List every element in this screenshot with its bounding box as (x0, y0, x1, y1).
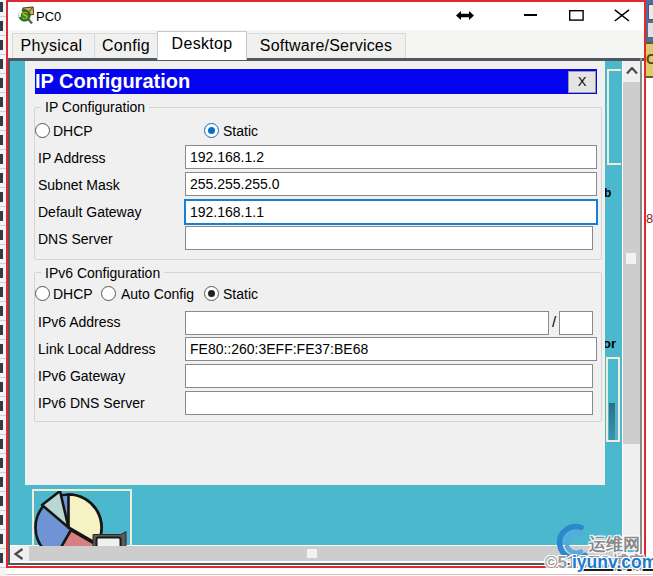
svg-text:S: S (22, 10, 28, 21)
